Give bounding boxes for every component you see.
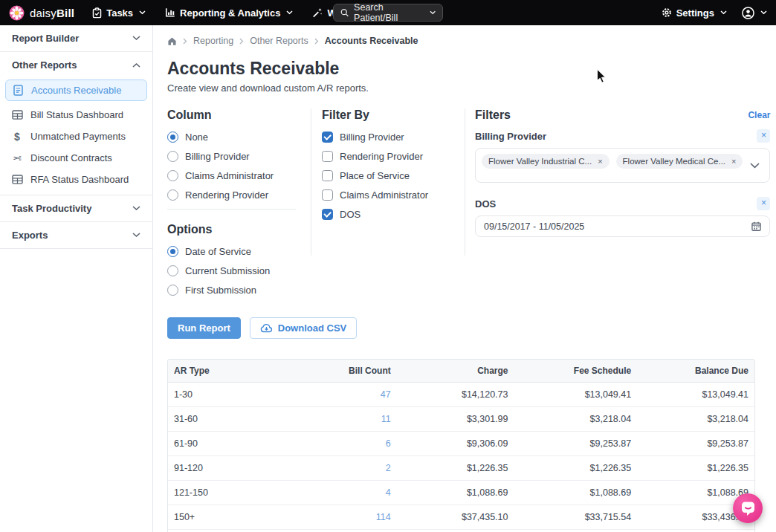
options-heading: Options	[167, 223, 311, 236]
remove-tag-button[interactable]: ×	[731, 158, 736, 166]
sidebar: Report Builder Other Reports Accounts Re…	[0, 25, 153, 532]
checkbox-option-rendering-provider[interactable]: Rendering Provider	[322, 151, 465, 162]
sidebar-item-rfa-status-dashboard[interactable]: RFA Status Dashboard	[0, 169, 152, 190]
bill-count-link[interactable]: 47	[381, 389, 391, 400]
table-total-row: Total184$66,478.95$61,551.90$61,272.63	[168, 530, 754, 532]
checkbox-unchecked-icon	[322, 170, 333, 181]
col-charge: Charge	[397, 360, 514, 383]
user-icon	[742, 7, 754, 19]
sidebar-section-exports[interactable]: Exports	[0, 222, 152, 249]
column-radio-group: NoneBilling ProviderClaims Administrator…	[167, 132, 311, 201]
radio-selected-icon	[167, 132, 178, 143]
run-report-button[interactable]: Run Report	[167, 317, 241, 339]
checkbox-option-billing-provider[interactable]: Billing Provider	[322, 132, 465, 143]
bill-count-link[interactable]: 6	[386, 438, 391, 449]
download-csv-button[interactable]: Download CSV	[250, 317, 357, 339]
breadcrumb-current: Accounts Receivable	[325, 36, 418, 46]
sidebar-item-bill-status-dashboard[interactable]: Bill Status Dashboard	[0, 104, 152, 126]
chevron-down-icon	[132, 233, 140, 238]
remove-tag-button[interactable]: ×	[598, 158, 602, 166]
checkbox-label: Rendering Provider	[340, 151, 423, 162]
column-section: Column NoneBilling ProviderClaims Admini…	[167, 108, 311, 304]
bill-count-link[interactable]: 11	[381, 414, 391, 424]
table-cell: $13,049.41	[637, 383, 754, 407]
other-reports-header[interactable]: Other Reports	[0, 52, 152, 78]
remove-billing-provider-filter-button[interactable]: ×	[757, 129, 770, 143]
chevron-down-icon	[430, 10, 436, 15]
radio-option-first-submission[interactable]: First Submission	[167, 285, 311, 296]
table-cell: 150+	[168, 505, 308, 530]
dos-date-range-value: 09/15/2017 - 11/05/2025	[484, 221, 584, 232]
nav-settings-label: Settings	[676, 7, 714, 19]
page-subtitle: Create view and download custom A/R repo…	[167, 82, 770, 94]
billing-provider-multiselect[interactable]: Flower Valley Industrial C...×Flower Val…	[475, 148, 770, 183]
radio-option-claims-administrator[interactable]: Claims Administrator	[167, 170, 311, 181]
remove-dos-filter-button[interactable]: ×	[757, 197, 770, 210]
clear-filters-link[interactable]: Clear	[748, 110, 770, 120]
table-cell: $3,218.04	[637, 407, 754, 432]
checkbox-label: Claims Administrator	[340, 189, 428, 201]
report-form: Column NoneBilling ProviderClaims Admini…	[167, 108, 770, 304]
sidebar-item-unmatched-payments[interactable]: $Unmatched Payments	[0, 126, 152, 147]
nav-account[interactable]	[742, 7, 767, 19]
sidebar-item-discount-contracts[interactable]: ✂Discount Contracts	[0, 147, 152, 169]
sidebar-item-accounts-receivable[interactable]: Accounts Receivable	[5, 80, 147, 101]
breadcrumb-other-reports[interactable]: Other Reports	[250, 36, 308, 46]
chevron-down-icon	[139, 10, 146, 15]
options-radio-group: Date of ServiceCurrent SubmissionFirst S…	[167, 246, 311, 296]
gear-icon	[662, 7, 672, 18]
document-icon	[12, 85, 24, 96]
wizard-icon	[312, 7, 323, 18]
table-cell: $66,478.95	[397, 530, 514, 532]
bill-count-link[interactable]: 2	[386, 463, 391, 473]
bill-count-link[interactable]: 114	[376, 512, 391, 522]
chevron-up-icon	[132, 62, 140, 68]
search-icon	[340, 8, 349, 17]
table-row: 31-6011$3,301.99$3,218.04$3,218.04	[168, 407, 754, 432]
radio-option-none[interactable]: None	[167, 132, 311, 143]
sidebar-item-label: Accounts Receivable	[31, 85, 121, 96]
sidebar-section-task-productivity[interactable]: Task Productivity	[0, 195, 152, 222]
radio-unselected-icon	[167, 285, 178, 296]
sidebar-section-report-builder[interactable]: Report Builder	[0, 25, 152, 52]
radio-selected-icon	[167, 246, 178, 257]
table-cell: $61,272.63	[637, 530, 754, 532]
col-ar-type: AR Type	[168, 360, 308, 383]
bill-count-cell: 4	[308, 481, 396, 505]
checkbox-option-claims-administrator[interactable]: Claims Administrator	[322, 189, 465, 201]
divider	[167, 209, 296, 210]
radio-label: Billing Provider	[185, 151, 250, 162]
table-cell: 31-60	[168, 407, 308, 432]
radio-option-billing-provider[interactable]: Billing Provider	[167, 151, 311, 162]
checkbox-option-dos[interactable]: DOS	[322, 209, 465, 220]
filter-by-section: Filter By Billing ProviderRendering Prov…	[311, 108, 465, 304]
chevron-down-icon	[720, 10, 727, 15]
nav-tasks[interactable]: Tasks	[92, 7, 146, 19]
radio-option-rendering-provider[interactable]: Rendering Provider	[167, 189, 311, 201]
chat-bubble-icon	[740, 500, 756, 516]
home-icon[interactable]	[167, 36, 177, 45]
search-patient-bill[interactable]: Search Patient/Bill	[333, 4, 443, 22]
table-cell: $14,120.73	[397, 383, 514, 407]
radio-unselected-icon	[167, 170, 178, 181]
daisybill-logo[interactable]: daisyBill	[9, 5, 74, 21]
radio-option-current-submission[interactable]: Current Submission	[167, 265, 311, 276]
reporting-icon	[165, 7, 175, 18]
chat-launcher-button[interactable]	[733, 493, 763, 523]
bill-count-link[interactable]: 4	[386, 487, 391, 498]
filter-by-heading: Filter By	[322, 108, 465, 122]
ar-table-body: 1-3047$14,120.73$13,049.41$13,049.4131-6…	[168, 383, 754, 532]
dos-date-range-input[interactable]: 09/15/2017 - 11/05/2025	[475, 215, 770, 237]
nav-reporting-analytics[interactable]: Reporting & Analytics	[165, 7, 293, 19]
breadcrumb-reporting[interactable]: Reporting	[193, 36, 233, 46]
radio-option-date-of-service[interactable]: Date of Service	[167, 246, 311, 257]
nav-tasks-label: Tasks	[106, 7, 133, 19]
radio-unselected-icon	[167, 189, 178, 201]
page-title: Accounts Receivable	[167, 59, 770, 79]
col-balance-due: Balance Due	[637, 360, 754, 383]
sidebar-item-label: Unmatched Payments	[30, 131, 126, 142]
nav-settings[interactable]: Settings	[662, 7, 727, 19]
checkbox-option-place-of-service[interactable]: Place of Service	[322, 170, 465, 181]
checkbox-label: Billing Provider	[340, 132, 404, 143]
chevron-down-icon	[760, 10, 767, 15]
